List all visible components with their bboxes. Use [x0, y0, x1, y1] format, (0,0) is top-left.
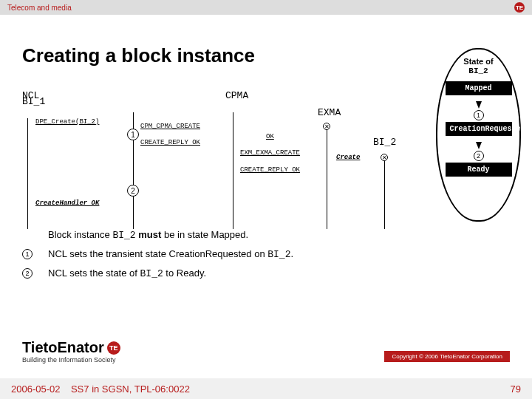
msg-create-reply-1: CREATE_REPLY OK [140, 139, 225, 146]
note-1-a: NCL sets the transient state CreationReq… [48, 248, 267, 259]
note-1-mono: BI_2 [267, 249, 290, 260]
lifeline-bar-exma [327, 129, 327, 229]
state-creation-requested: CreationRequested [446, 122, 512, 136]
create-marker-exma: ✕ [323, 123, 330, 130]
msg-exma-create: EXM_EXMA_CREATE [240, 149, 320, 157]
marker-2-state: 2 [474, 151, 484, 161]
create-marker-bi2: ✕ [381, 154, 388, 161]
lifeline-bar-bi1 [27, 118, 28, 229]
footer-date: 2006-05-02 [11, 383, 61, 395]
page-number: 79 [511, 383, 521, 395]
note-1-b: . [290, 248, 293, 259]
state-mapped: Mapped [446, 81, 512, 95]
marker-1-state: 1 [474, 110, 484, 120]
note-2-a: NCL sets the state of [48, 267, 140, 279]
footer-doc: SS7 in SGSN, TPL-06:0022 [71, 383, 190, 395]
copyright-banner: Copyright © 2006 TietoEnator Corporation [384, 351, 510, 362]
marker-1-diagram: 1 [127, 129, 139, 140]
msg-cpma-create: CPM_CPMA_CREATE [140, 123, 225, 130]
lifeline-bar-cpma [233, 112, 233, 229]
notes-area: Block instance BI_2 must be in state Map… [48, 229, 421, 287]
state-title: State of BI_2 [463, 57, 493, 75]
footer: 2006-05-02 SS7 in SGSN, TPL-06:0022 79 [0, 378, 532, 399]
note-1-marker: 1 [22, 249, 33, 259]
topbar: Telecom and media TE [0, 0, 532, 15]
brand-dot-icon: TE [107, 341, 120, 355]
note-0: Block instance BI_2 must be in state Map… [48, 229, 421, 241]
state-ready: Ready [446, 163, 512, 177]
footer-left: 2006-05-02 SS7 in SGSN, TPL-06:0022 [11, 383, 190, 395]
lifeline-cpma: CPMA [225, 90, 255, 101]
state-title-1: State of [463, 57, 493, 66]
lifeline-bi2: BI_2 [373, 137, 403, 148]
note-0-c: be in state Mapped. [161, 229, 248, 240]
state-title-2: BI_2 [468, 66, 488, 75]
arrow-down-icon [476, 142, 482, 149]
marker-2-diagram: 2 [127, 185, 139, 197]
note-0-a: Block instance [48, 229, 112, 240]
lifeline-bar-bi2 [384, 160, 385, 229]
brand-tagline: Building the Information Society [22, 356, 120, 364]
lifeline-ncl: NCL [22, 90, 44, 101]
page-title: Creating a block instance [22, 44, 510, 67]
note-2-mono: BI_2 [140, 268, 163, 279]
note-0-mono: BI_2 [112, 230, 135, 241]
note-2-b: to Ready. [163, 267, 206, 279]
sequence-diagram: BI_1 NCL CPMA EXMA BI_2 ✕ ✕ DPE_Create(B… [22, 96, 414, 236]
note-1: 1 NCL sets the transient state CreationR… [48, 248, 421, 260]
msg-createhandler: CreateHandler OK [35, 200, 128, 207]
msg-create: Create [336, 154, 373, 161]
note-2-marker: 2 [22, 268, 33, 279]
brand-dot-icon: TE [514, 2, 525, 13]
arrow-down-icon [476, 101, 482, 109]
state-diagram: State of BI_2 Mapped 1 CreationRequested… [436, 48, 521, 222]
brand-name: TietoEnator [22, 339, 104, 356]
lifeline-exma: EXMA [318, 107, 347, 118]
brand-logo: TietoEnator TE [22, 339, 120, 356]
msg-dpe-create: DPE_Create(BI_2) [35, 118, 124, 126]
note-2: 2 NCL sets the state of BI_2 to Ready. [48, 267, 421, 279]
note-0-must: must [138, 229, 161, 240]
msg-create-reply-2: CREATE_REPLY OK [240, 166, 320, 174]
brand-block: TietoEnator TE Building the Information … [22, 339, 120, 364]
category-text: Telecom and media [7, 4, 72, 12]
msg-ok: OK [266, 133, 288, 140]
